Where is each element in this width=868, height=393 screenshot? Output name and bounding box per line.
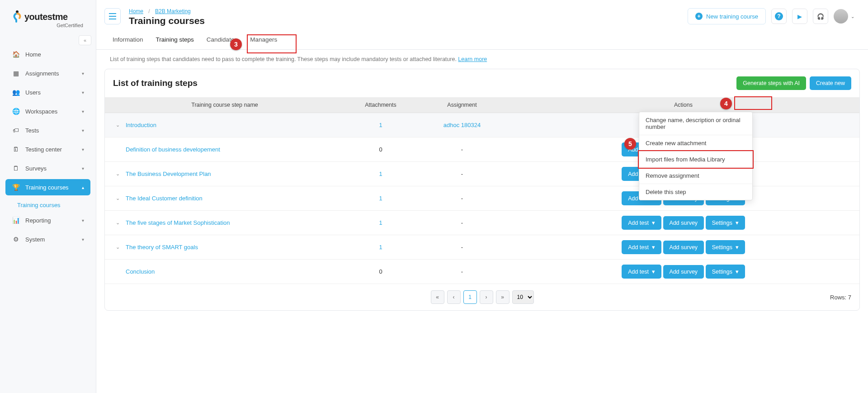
workspaces-icon: 🌐 [12, 108, 20, 115]
attachments-count[interactable]: 1 [379, 244, 382, 251]
add-survey-button[interactable]: Add survey [663, 216, 704, 230]
step-name-link[interactable]: Definition of business developement [126, 146, 220, 153]
training-steps-panel: List of training steps Generate steps wi… [104, 69, 860, 311]
step-name-link[interactable]: Conclusion [126, 268, 155, 275]
user-menu[interactable]: ⌄ [834, 9, 854, 24]
expand-icon[interactable]: ⌄ [114, 195, 121, 201]
settings-button[interactable]: Settings ▾ [706, 216, 745, 230]
sidebar-subitem-training-courses[interactable]: Training courses [5, 198, 90, 212]
sidebar-item-label: Training courses [25, 184, 69, 191]
support-button[interactable]: 🎧 [813, 9, 828, 24]
add-test-button[interactable]: Add test ▾ [622, 265, 661, 279]
breadcrumb-sep: / [148, 8, 150, 14]
users-icon: 👥 [12, 89, 20, 96]
sidebar-item-label: Testing center [25, 146, 62, 153]
page-next-button[interactable]: › [480, 290, 493, 304]
step-name-link[interactable]: Introduction [126, 122, 156, 128]
attachments-count[interactable]: 1 [379, 219, 382, 226]
step-name-link[interactable]: The Ideal Customer definition [126, 195, 203, 202]
sidebar-item-tests[interactable]: 🏷Tests▾ [5, 122, 90, 138]
pagination: « ‹ 1 › » 10 Rows: 7 [105, 284, 859, 310]
sidebar-item-reporting[interactable]: 📊Reporting▾ [5, 212, 90, 228]
reporting-icon: 📊 [12, 217, 20, 224]
assignment-value: - [461, 170, 463, 177]
sidebar-item-label: Reporting [25, 217, 51, 224]
chevron-down-icon: ▾ [82, 71, 84, 76]
expand-icon[interactable]: ⌄ [114, 244, 121, 250]
sidebar-item-label: Home [25, 51, 41, 58]
col-name: Training course step name [105, 97, 344, 113]
home-icon: 🏠 [12, 51, 20, 58]
add-test-button[interactable]: Add test ▾ [622, 216, 661, 230]
expand-icon[interactable]: ⌄ [114, 171, 121, 177]
surveys-icon: 🗒 [12, 165, 20, 172]
settings-button[interactable]: Settings ▾ [706, 240, 745, 254]
annotation-callout-5: 5 [624, 138, 636, 150]
play-button[interactable]: ▶ [792, 9, 807, 24]
add-survey-button[interactable]: Add survey [663, 265, 704, 279]
page-title: Training courses [129, 15, 205, 26]
sidebar-item-assignments[interactable]: ▦Assignments▾ [5, 65, 90, 81]
chevron-down-icon: ▾ [82, 109, 84, 114]
settings-button[interactable]: Settings ▾ [706, 265, 745, 279]
sidebar-item-system[interactable]: ⚙System▾ [5, 231, 90, 247]
breadcrumb-section[interactable]: B2B Marketing [155, 8, 191, 14]
breadcrumb-home[interactable]: Home [129, 8, 143, 14]
sidebar-item-label: Assignments [25, 70, 59, 77]
annotation-callout-4: 4 [720, 98, 732, 109]
chevron-down-icon: ▾ [82, 128, 84, 133]
sidebar-item-users[interactable]: 👥Users▾ [5, 84, 90, 100]
sidebar-collapse-button[interactable]: « [79, 35, 91, 45]
add-survey-button[interactable]: Add survey [663, 241, 704, 254]
tab-managers[interactable]: Managers [250, 36, 277, 49]
page-first-button[interactable]: « [431, 290, 444, 304]
expand-icon[interactable]: ⌄ [114, 220, 121, 226]
panel-title: List of training steps [113, 78, 198, 88]
annotation-callout-3: 3 [230, 38, 242, 50]
expand-icon[interactable]: ⌄ [114, 122, 121, 128]
description-text: List of training steps that candidates n… [110, 56, 458, 62]
page-prev-button[interactable]: ‹ [447, 290, 461, 304]
learn-more-link[interactable]: Learn more [458, 56, 487, 62]
help-button[interactable]: ? [771, 9, 787, 24]
attachments-count[interactable]: 1 [379, 170, 382, 177]
logo-subline: GetCertified [13, 23, 83, 28]
tab-training-steps[interactable]: Training steps [156, 36, 194, 49]
menu-delete-step[interactable]: Delete this step [639, 184, 752, 200]
gear-icon: ⚙ [12, 236, 20, 243]
sidebar-item-testing-center[interactable]: 🗓Testing center▾ [5, 141, 90, 157]
new-training-course-button[interactable]: + New training course [688, 8, 766, 24]
sidebar-item-surveys[interactable]: 🗒Surveys▾ [5, 160, 90, 176]
sidebar-item-workspaces[interactable]: 🌐Workspaces▾ [5, 103, 90, 119]
attachments-count[interactable]: 1 [379, 122, 382, 128]
assignment-value: - [461, 195, 463, 202]
create-new-step-button[interactable]: Create new [810, 76, 851, 90]
tab-information[interactable]: Information [113, 36, 143, 49]
page-size-select[interactable]: 10 [512, 290, 534, 304]
assignment-link[interactable]: adhoc 180324 [443, 122, 481, 128]
button-label: New training course [706, 13, 758, 20]
menu-import-media[interactable]: Import files from Media Library [639, 152, 752, 168]
sidebar-item-home[interactable]: 🏠Home [5, 46, 90, 62]
attachments-count[interactable]: 1 [379, 195, 382, 202]
main-content: Home / B2B Marketing Training courses + … [96, 0, 868, 393]
step-name-link[interactable]: The theory of SMART goals [126, 244, 198, 251]
topbar: Home / B2B Marketing Training courses + … [96, 0, 868, 26]
page-number-1[interactable]: 1 [463, 290, 477, 304]
col-assignment: Assignment [417, 97, 507, 113]
generate-steps-ai-button[interactable]: Generate steps with AI [736, 76, 806, 90]
sidebar-item-training-courses[interactable]: 🏆Training courses▴ [5, 179, 90, 195]
attachments-count: 0 [379, 146, 382, 153]
settings-dropdown: Change name, description or ordinal numb… [639, 112, 753, 200]
menu-toggle-button[interactable] [104, 8, 121, 24]
step-name-link[interactable]: The five stages of Market Sophistication [126, 219, 230, 226]
logo-mark-icon [13, 10, 22, 24]
menu-create-attachment[interactable]: Create new attachment [639, 135, 752, 152]
table-row: ⌄The five stages of Market Sophisticatio… [105, 211, 859, 235]
step-name-link[interactable]: The Business Development Plan [126, 170, 211, 177]
menu-change-name[interactable]: Change name, description or ordinal numb… [639, 112, 752, 135]
help-icon: ? [775, 12, 783, 20]
page-last-button[interactable]: » [496, 290, 509, 304]
add-test-button[interactable]: Add test ▾ [622, 240, 661, 254]
menu-remove-assignment[interactable]: Remove assignment [639, 168, 752, 184]
